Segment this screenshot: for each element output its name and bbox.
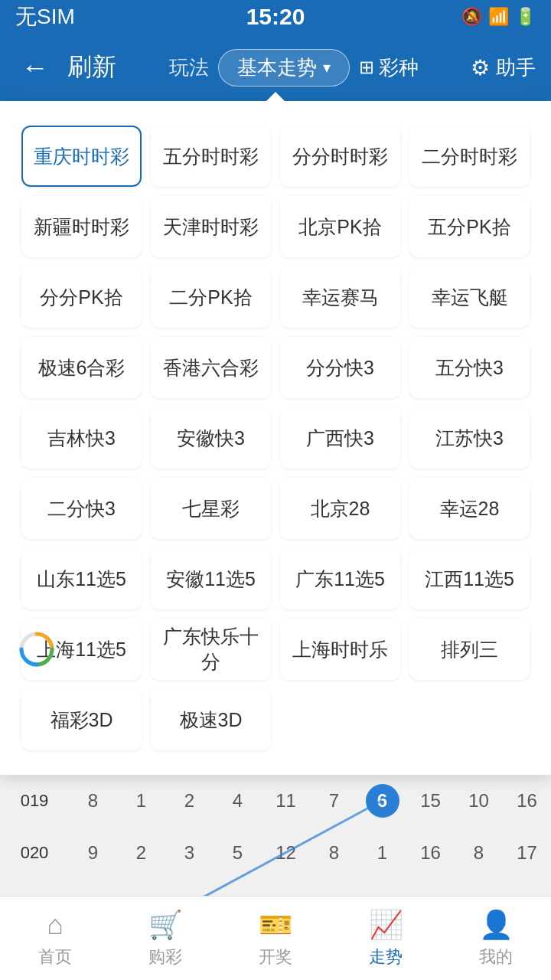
data-cell: 5 bbox=[214, 842, 262, 864]
lottery-item-30[interactable]: 广东快乐十分 bbox=[151, 619, 271, 680]
issue-cell: 019 bbox=[0, 791, 69, 811]
lottery-item-24[interactable]: 幸运28 bbox=[409, 478, 530, 539]
lottery-type-button[interactable]: ⊞ 彩种 bbox=[359, 54, 419, 81]
data-cell: 1 bbox=[358, 842, 406, 864]
data-cell: 16 bbox=[406, 842, 455, 864]
battery-icon: 🔋 bbox=[515, 7, 536, 27]
nav-mine-label: 我的 bbox=[479, 946, 513, 969]
lottery-item-14[interactable]: 香港六合彩 bbox=[151, 337, 271, 398]
data-cell: 7 bbox=[310, 790, 358, 812]
lottery-item-27[interactable]: 广东11选5 bbox=[280, 548, 400, 609]
ticket-icon: 🎫 bbox=[259, 909, 293, 941]
data-cell: 15 bbox=[406, 790, 455, 812]
nav-home-label: 首页 bbox=[38, 946, 72, 969]
dropdown-label: 基本走势 bbox=[237, 54, 317, 81]
data-cell: 9 bbox=[69, 842, 117, 864]
lottery-item-6[interactable]: 天津时时彩 bbox=[151, 196, 271, 257]
lottery-item-26[interactable]: 安徽11选5 bbox=[151, 548, 271, 609]
trend-icon: 📈 bbox=[369, 909, 403, 941]
lottery-selector-panel: 重庆时时彩五分时时彩分分时时彩二分时时彩新疆时时彩天津时时彩北京PK拾五分PK拾… bbox=[0, 101, 551, 775]
nav-item-mine[interactable]: 👤 我的 bbox=[441, 897, 551, 980]
table-row: 0209235128116817 bbox=[0, 827, 551, 879]
nav-item-draw[interactable]: 🎫 开奖 bbox=[220, 897, 331, 980]
data-cell: 4 bbox=[214, 790, 262, 812]
lottery-item-31[interactable]: 上海时时乐 bbox=[280, 619, 400, 680]
time-label: 15:20 bbox=[246, 4, 305, 30]
back-button[interactable]: ← bbox=[15, 45, 55, 90]
circled-value: 6 bbox=[366, 784, 399, 818]
lottery-item-25[interactable]: 山东11选5 bbox=[21, 548, 142, 609]
lottery-item-8[interactable]: 五分PK拾 bbox=[409, 196, 530, 257]
lottery-item-23[interactable]: 北京28 bbox=[280, 478, 400, 539]
lottery-type-label: 彩种 bbox=[379, 54, 419, 81]
lottery-item-18[interactable]: 安徽快3 bbox=[151, 407, 271, 469]
gear-icon: ⚙ bbox=[471, 55, 490, 80]
lottery-item-28[interactable]: 江西11选5 bbox=[409, 548, 530, 609]
lottery-grid: 重庆时时彩五分时时彩分分时时彩二分时时彩新疆时时彩天津时时彩北京PK拾五分PK拾… bbox=[12, 116, 539, 760]
lottery-item-20[interactable]: 江苏快3 bbox=[409, 407, 530, 469]
data-cell: 1 bbox=[117, 790, 165, 812]
lottery-item-12[interactable]: 幸运飞艇 bbox=[409, 266, 530, 328]
chevron-down-icon: ▾ bbox=[323, 58, 331, 77]
status-bar: 无SIM 15:20 🔕 📶 🔋 bbox=[0, 0, 551, 34]
refresh-button[interactable]: 刷新 bbox=[67, 51, 116, 84]
nav-draw-label: 开奖 bbox=[259, 946, 292, 969]
nav-trend-label: 走势 bbox=[369, 946, 403, 969]
lottery-item-29[interactable]: 上海11选5 bbox=[21, 619, 142, 680]
data-cell: 17 bbox=[503, 842, 551, 864]
status-icons: 🔕 📶 🔋 bbox=[461, 7, 536, 27]
dropdown-button[interactable]: 基本走势 ▾ bbox=[218, 49, 350, 87]
nav-item-buy[interactable]: 🛒 购彩 bbox=[110, 897, 220, 980]
play-method-label: 玩法 bbox=[169, 54, 209, 81]
lottery-item-11[interactable]: 幸运赛马 bbox=[280, 266, 400, 328]
lottery-item-17[interactable]: 吉林快3 bbox=[21, 407, 142, 469]
data-cell: 6 bbox=[358, 784, 406, 818]
table-row: 01981241176151016 bbox=[0, 775, 551, 827]
grid-icon: ⊞ bbox=[359, 57, 374, 78]
lottery-item-9[interactable]: 分分PK拾 bbox=[21, 266, 142, 328]
lottery-item-2[interactable]: 五分时时彩 bbox=[151, 126, 271, 187]
lottery-item-32[interactable]: 排列三 bbox=[409, 619, 530, 680]
assistant-label: 助手 bbox=[496, 54, 536, 81]
nav-item-trend[interactable]: 📈 走势 bbox=[331, 897, 441, 980]
lottery-item-13[interactable]: 极速6合彩 bbox=[21, 337, 142, 398]
data-cell: 2 bbox=[117, 842, 165, 864]
wifi-icon: 📶 bbox=[488, 7, 509, 27]
mute-icon: 🔕 bbox=[461, 7, 482, 27]
lottery-item-22[interactable]: 七星彩 bbox=[151, 478, 271, 539]
lottery-item-4[interactable]: 二分时时彩 bbox=[409, 126, 530, 187]
nav-buy-label: 购彩 bbox=[148, 946, 182, 969]
data-cell: 12 bbox=[262, 842, 310, 864]
lottery-item-33[interactable]: 福彩3D bbox=[21, 689, 142, 750]
lottery-item-21[interactable]: 二分快3 bbox=[21, 478, 142, 539]
bottom-nav: ⌂ 首页 🛒 购彩 🎫 开奖 📈 走势 👤 我的 bbox=[0, 896, 551, 980]
lottery-item-1[interactable]: 重庆时时彩 bbox=[21, 126, 142, 187]
user-icon: 👤 bbox=[479, 909, 514, 941]
assistant-button[interactable]: ⚙ 助手 bbox=[471, 54, 536, 81]
issue-cell: 020 bbox=[0, 843, 69, 863]
header-middle: 玩法 基本走势 ▾ ⊞ 彩种 bbox=[129, 49, 458, 87]
data-cell: 8 bbox=[69, 790, 117, 812]
lottery-item-10[interactable]: 二分PK拾 bbox=[151, 266, 271, 328]
header: ← 刷新 玩法 基本走势 ▾ ⊞ 彩种 ⚙ 助手 bbox=[0, 34, 551, 101]
nav-item-home[interactable]: ⌂ 首页 bbox=[0, 897, 110, 980]
data-cell: 8 bbox=[310, 842, 358, 864]
data-cell: 10 bbox=[455, 790, 503, 812]
lottery-item-34[interactable]: 极速3D bbox=[151, 689, 271, 750]
carrier-label: 无SIM bbox=[15, 2, 75, 31]
lottery-item-7[interactable]: 北京PK拾 bbox=[280, 196, 400, 257]
cart-icon: 🛒 bbox=[148, 909, 183, 941]
data-cell: 8 bbox=[455, 842, 503, 864]
home-icon: ⌂ bbox=[47, 909, 64, 941]
lottery-item-15[interactable]: 分分快3 bbox=[280, 337, 400, 398]
data-cell: 16 bbox=[503, 790, 551, 812]
lottery-item-5[interactable]: 新疆时时彩 bbox=[21, 196, 142, 257]
lottery-item-16[interactable]: 五分快3 bbox=[409, 337, 530, 398]
lottery-item-3[interactable]: 分分时时彩 bbox=[280, 126, 400, 187]
data-cell: 3 bbox=[165, 842, 214, 864]
data-cell: 2 bbox=[165, 790, 214, 812]
lottery-item-19[interactable]: 广西快3 bbox=[280, 407, 400, 469]
data-cell: 11 bbox=[262, 790, 310, 812]
